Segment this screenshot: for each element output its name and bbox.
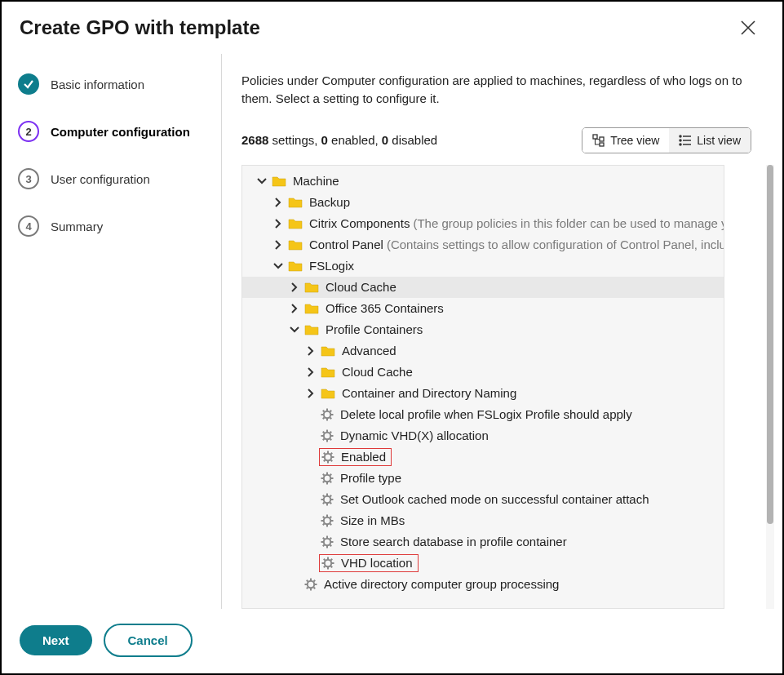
tree-setting-ad-group-processing[interactable]: Active directory computer group processi…	[242, 574, 724, 595]
step-label: Computer configuration	[51, 125, 190, 139]
settings-tree[interactable]: Machine Backup Citrix Components(The gro…	[241, 165, 724, 610]
tree-node-profile-containers[interactable]: Profile Containers	[242, 319, 724, 340]
folder-icon	[288, 197, 303, 208]
folder-icon	[304, 303, 319, 314]
dialog-window: Create GPO with template Basic informati…	[0, 0, 784, 675]
chevron-right-icon	[288, 281, 301, 294]
step-computer-configuration[interactable]: 2 Computer configuration	[18, 121, 208, 142]
chevron-down-icon	[272, 260, 285, 273]
gear-icon	[321, 535, 334, 548]
tree-container: Machine Backup Citrix Components(The gro…	[241, 165, 774, 610]
step-label: Basic information	[51, 78, 144, 91]
tree-setting-enabled[interactable]: Enabled	[242, 446, 724, 468]
chevron-right-icon	[272, 196, 285, 209]
gear-icon	[321, 408, 334, 421]
tree-node-hint: (Contains settings to allow configuratio…	[387, 238, 724, 251]
tree-setting-profile-type[interactable]: Profile type	[242, 468, 724, 489]
wizard-steps: Basic information 2 Computer configurati…	[2, 54, 222, 609]
enabled-count: 0	[321, 133, 328, 147]
dialog-footer: Next Cancel	[2, 609, 782, 673]
chevron-right-icon	[304, 344, 317, 357]
disabled-count: 0	[382, 133, 388, 147]
tree-setting-size-mb[interactable]: Size in MBs	[242, 510, 724, 531]
chevron-right-icon	[272, 238, 285, 251]
tree-node-control-panel[interactable]: Control Panel(Contains settings to allow…	[242, 234, 724, 255]
folder-icon	[321, 345, 335, 357]
step-basic-information[interactable]: Basic information	[18, 73, 208, 95]
folder-icon	[288, 218, 303, 229]
list-view-label: List view	[697, 134, 741, 147]
tree-node-fslogix[interactable]: FSLogix	[242, 255, 724, 277]
tree-view-icon	[592, 134, 605, 147]
next-button[interactable]: Next	[20, 625, 92, 655]
tree-node-machine[interactable]: Machine	[242, 171, 724, 192]
svg-rect-9	[593, 135, 597, 139]
folder-icon	[288, 260, 303, 272]
chevron-down-icon	[288, 323, 301, 336]
settings-toolbar: 2688 settings, 0 enabled, 0 disabled Tre…	[241, 127, 774, 153]
svg-rect-10	[600, 137, 604, 141]
chevron-right-icon	[288, 302, 301, 315]
tree-view-button[interactable]: Tree view	[582, 128, 669, 153]
svg-point-15	[680, 135, 681, 137]
tree-setting-store-search-db[interactable]: Store search database in profile contain…	[242, 531, 724, 553]
folder-icon	[304, 324, 319, 335]
folder-icon	[321, 388, 335, 399]
folder-icon	[288, 239, 303, 251]
svg-point-16	[680, 140, 681, 141]
tree-setting-dynamic-vhdx[interactable]: Dynamic VHD(X) allocation	[242, 425, 724, 446]
tree-node-advanced[interactable]: Advanced	[242, 340, 724, 362]
step-number-icon: 2	[18, 121, 39, 142]
step-number-icon: 3	[18, 168, 39, 189]
tree-view-label: Tree view	[610, 134, 659, 147]
chevron-right-icon	[272, 217, 285, 230]
gear-icon	[304, 578, 317, 591]
scrollbar-thumb[interactable]	[767, 165, 773, 524]
step-label: Summary	[51, 220, 103, 233]
folder-icon	[321, 366, 335, 378]
gear-icon	[321, 451, 334, 464]
scrollbar-track[interactable]	[766, 165, 774, 610]
folder-icon	[304, 282, 319, 293]
main-panel: Policies under Computer configuration ar…	[222, 54, 782, 609]
dialog-header: Create GPO with template	[2, 2, 782, 54]
gear-icon	[321, 472, 334, 485]
tree-node-hint: (The group policies in this folder can b…	[413, 216, 724, 230]
close-icon	[739, 19, 757, 37]
step-user-configuration[interactable]: 3 User configuration	[18, 168, 208, 189]
highlight-box: Enabled	[319, 448, 392, 466]
tree-node-citrix-components[interactable]: Citrix Components(The group policies in …	[242, 213, 724, 234]
cancel-button[interactable]: Cancel	[104, 624, 193, 657]
check-icon	[18, 73, 39, 95]
tree-node-backup[interactable]: Backup	[242, 192, 724, 213]
list-view-button[interactable]: List view	[669, 128, 751, 153]
highlight-box: VHD location	[319, 554, 419, 572]
gear-icon	[321, 493, 334, 506]
step-label: User configuration	[51, 172, 150, 186]
svg-point-17	[680, 144, 681, 145]
dialog-title: Create GPO with template	[20, 16, 260, 39]
total-count: 2688	[241, 133, 268, 147]
gear-icon	[321, 429, 334, 442]
tree-node-cloud-cache[interactable]: Cloud Cache	[242, 277, 724, 298]
tree-setting-outlook-cached[interactable]: Set Outlook cached mode on successful co…	[242, 489, 724, 510]
gear-icon	[321, 514, 334, 527]
step-number-icon: 4	[18, 215, 39, 237]
close-button[interactable]	[737, 16, 760, 39]
step-summary[interactable]: 4 Summary	[18, 215, 208, 237]
tree-setting-vhd-location[interactable]: VHD location	[242, 553, 724, 574]
view-toggle: Tree view List view	[582, 127, 751, 153]
tree-node-office-365-containers[interactable]: Office 365 Containers	[242, 298, 724, 319]
tree-node-cloud-cache-2[interactable]: Cloud Cache	[242, 362, 724, 383]
tree-setting-delete-local-profile[interactable]: Delete local profile when FSLogix Profil…	[242, 404, 724, 425]
chevron-right-icon	[304, 387, 317, 400]
panel-description: Policies under Computer configuration ar…	[241, 72, 774, 108]
settings-counts: 2688 settings, 0 enabled, 0 disabled	[241, 133, 437, 147]
chevron-right-icon	[304, 366, 317, 379]
chevron-down-icon	[255, 175, 268, 188]
folder-icon	[272, 175, 286, 187]
svg-rect-11	[600, 143, 604, 146]
list-view-icon	[679, 134, 692, 147]
tree-node-container-directory-naming[interactable]: Container and Directory Naming	[242, 383, 724, 404]
gear-icon	[321, 557, 334, 570]
